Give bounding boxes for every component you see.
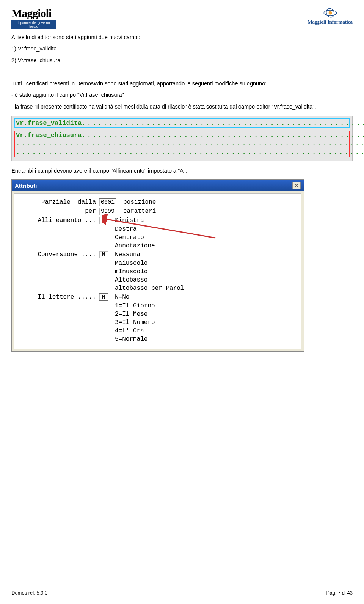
rings-icon (323, 8, 337, 18)
footer-right: Pag. 7 di 43 (326, 590, 353, 596)
dots: ........................................… (82, 132, 364, 139)
logo-maggioli-text: Maggioli (11, 8, 56, 19)
suffix-caratteri: caratteri (123, 208, 156, 215)
opt-maiuscolo: Maiuscolo (115, 260, 147, 267)
row-allineamento: Allineamento ... Sinistra (22, 217, 293, 224)
input-lettere[interactable] (99, 293, 108, 301)
mid-text: Entrambi i campi devono avere il campo "… (11, 167, 353, 175)
logo-right: Maggioli Informatica (308, 8, 353, 25)
input-per[interactable] (99, 208, 116, 215)
dots: ........................................… (16, 149, 364, 156)
dots: ........................................… (16, 140, 364, 147)
label-per: per (22, 208, 99, 215)
opt-altobasso-parol: altobasso per Parol (115, 285, 184, 292)
label-parziale: Parziale dalla (22, 199, 99, 206)
footer-left: Demos rel. 5.9.0 (11, 590, 47, 596)
opt-1: 1=Il Giorno (115, 302, 155, 309)
row-per: per caratteri (22, 208, 293, 215)
para2-l2: - è stato aggiunto il campo "Vr.frase_ch… (11, 91, 353, 99)
row-lettere: Il lettere ..... N=No (22, 293, 293, 301)
para2-l3: - la frase "Il presente certificato ha v… (11, 102, 353, 111)
dialog-title-text: Attributi (15, 182, 37, 189)
svg-point-2 (328, 11, 332, 15)
intro-item-2: 2) Vr.frase_chiusura (11, 56, 353, 64)
suffix-sinistra: Sinistra (115, 217, 144, 224)
opt-2: 2=Il Mese (115, 311, 147, 318)
field-chiusura-row: Vr.frase_chiusura.......................… (15, 131, 349, 157)
page-header: Maggioli il partner dei governo locale M… (11, 8, 353, 29)
opt-3: 3=Il Numero (115, 319, 155, 326)
input-parziale[interactable] (99, 198, 116, 206)
opt-destra: Destra (115, 226, 137, 233)
field-validita-label: Vr.frase_validita (16, 120, 82, 127)
suffix-posizione: posizione (123, 199, 156, 206)
logo-left: Maggioli il partner dei governo locale (11, 8, 56, 29)
opt-altobasso: Altobasso (115, 277, 147, 283)
label-allineamento: Allineamento ... (22, 217, 99, 224)
dots: ........................................… (82, 120, 364, 127)
close-icon[interactable]: ✕ (292, 182, 301, 189)
page-footer: Demos rel. 5.9.0 Pag. 7 di 43 (11, 590, 353, 596)
dialog-body: Parziale dalla posizione per caratteri A… (14, 193, 301, 349)
field-validita-row: Vr.frase_validita.......................… (15, 119, 349, 128)
editor-fields-box: Vr.frase_validita.......................… (11, 116, 353, 161)
logo-right-text: Maggioli Informatica (308, 19, 353, 25)
input-allineamento[interactable] (99, 217, 108, 224)
para2-l1: Tutti i certificati presenti in DemosWin… (11, 79, 353, 88)
field-chiusura-label: Vr.frase_chiusura (16, 132, 82, 139)
opt-centrato: Centrato (115, 234, 144, 241)
label-lettere: Il lettere ..... (22, 294, 99, 300)
opt-5: 5=Normale (115, 336, 147, 343)
opt-4: 4=L' Ora (115, 327, 144, 334)
opt-annotazione: Annotazione (115, 242, 155, 249)
label-conversione: Conversione .... (22, 251, 99, 258)
intro-line: A livello di editor sono stati aggiunti … (11, 33, 353, 41)
dialog-titlebar: Attributi ✕ (12, 180, 304, 191)
attributi-dialog: Attributi ✕ Parziale dalla posizione per (11, 179, 304, 352)
input-conversione[interactable] (99, 251, 108, 258)
logo-subtext: il partner dei governo locale (11, 20, 56, 29)
row-conversione: Conversione .... Nessuna (22, 251, 293, 258)
intro-item-1: 1) Vr.frase_validita (11, 44, 353, 53)
suffix-nno: N=No (115, 294, 129, 300)
opt-minuscolo: mInuscolo (115, 268, 147, 275)
row-parziale: Parziale dalla posizione (22, 198, 293, 206)
suffix-nessuna: Nessuna (115, 251, 140, 258)
body-content: A livello di editor sono stati aggiunti … (11, 33, 353, 111)
